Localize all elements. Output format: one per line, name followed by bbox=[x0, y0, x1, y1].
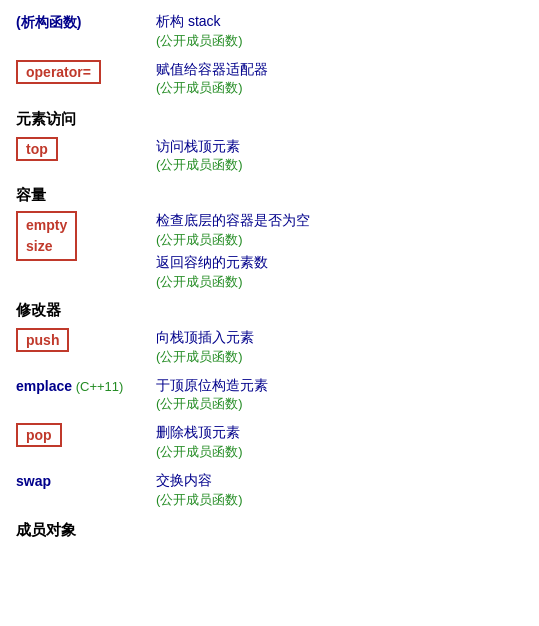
row-pop: pop 删除栈顶元素 (公开成员函数) bbox=[16, 421, 523, 463]
top-desc-sub: (公开成员函数) bbox=[156, 156, 523, 174]
empty-label[interactable]: empty bbox=[26, 215, 67, 236]
emplace-label[interactable]: emplace (C++11) bbox=[16, 376, 123, 396]
section-header-capacity: 容量 bbox=[16, 186, 523, 205]
swap-desc-sub: (公开成员函数) bbox=[156, 491, 523, 509]
emplace-desc-sub: (公开成员函数) bbox=[156, 395, 523, 413]
emplace-name: emplace bbox=[16, 378, 72, 394]
destructor-label: (析构函数) bbox=[16, 12, 81, 34]
name-cell-emplace: emplace (C++11) bbox=[16, 376, 156, 396]
operator-assign-label[interactable]: operator= bbox=[16, 60, 101, 84]
name-cell-destructor: (析构函数) bbox=[16, 12, 156, 34]
push-desc-sub: (公开成员函数) bbox=[156, 348, 523, 366]
operator-assign-desc-sub: (公开成员函数) bbox=[156, 79, 523, 97]
row-push: push 向栈顶插入元素 (公开成员函数) bbox=[16, 326, 523, 368]
name-cell-push: push bbox=[16, 328, 156, 352]
swap-desc-main: 交换内容 bbox=[156, 471, 523, 491]
empty-size-box: empty size bbox=[16, 211, 77, 261]
row-operator-assign: operator= 赋值给容器适配器 (公开成员函数) bbox=[16, 58, 523, 100]
desc-cell-empty-size: 检查底层的容器是否为空 (公开成员函数) 返回容纳的元素数 (公开成员函数) bbox=[156, 211, 523, 291]
name-cell-top: top bbox=[16, 137, 156, 161]
row-empty-size: empty size 检查底层的容器是否为空 (公开成员函数) 返回容纳的元素数… bbox=[16, 211, 523, 291]
section-modifiers: 修改器 push 向栈顶插入元素 (公开成员函数) emplace (C++11… bbox=[16, 301, 523, 511]
desc-cell-emplace: 于顶原位构造元素 (公开成员函数) bbox=[156, 376, 523, 414]
operator-assign-desc-main: 赋值给容器适配器 bbox=[156, 60, 523, 80]
empty-desc-sub: (公开成员函数) bbox=[156, 231, 523, 249]
desc-cell-destructor: 析构 stack (公开成员函数) bbox=[156, 12, 523, 50]
swap-label[interactable]: swap bbox=[16, 471, 51, 491]
section-capacity: 容量 empty size 检查底层的容器是否为空 (公开成员函数) 返回容纳的… bbox=[16, 186, 523, 291]
pop-label[interactable]: pop bbox=[16, 423, 62, 447]
size-desc-main: 返回容纳的元素数 bbox=[156, 253, 523, 273]
pop-desc-sub: (公开成员函数) bbox=[156, 443, 523, 461]
size-desc-sub: (公开成员函数) bbox=[156, 273, 523, 291]
push-desc-main: 向栈顶插入元素 bbox=[156, 328, 523, 348]
destructor-desc-sub: (公开成员函数) bbox=[156, 32, 523, 50]
row-destructor: (析构函数) 析构 stack (公开成员函数) bbox=[16, 10, 523, 52]
desc-cell-push: 向栈顶插入元素 (公开成员函数) bbox=[156, 328, 523, 366]
size-label[interactable]: size bbox=[26, 236, 67, 257]
top-label[interactable]: top bbox=[16, 137, 58, 161]
destructor-desc-main: 析构 stack bbox=[156, 12, 523, 32]
emplace-desc-main: 于顶原位构造元素 bbox=[156, 376, 523, 396]
name-cell-pop: pop bbox=[16, 423, 156, 447]
name-cell-operator-assign: operator= bbox=[16, 60, 156, 84]
push-label[interactable]: push bbox=[16, 328, 69, 352]
row-emplace: emplace (C++11) 于顶原位构造元素 (公开成员函数) bbox=[16, 374, 523, 416]
row-top: top 访问栈顶元素 (公开成员函数) bbox=[16, 135, 523, 177]
section-header-element-access: 元素访问 bbox=[16, 110, 523, 129]
top-desc-main: 访问栈顶元素 bbox=[156, 137, 523, 157]
desc-cell-pop: 删除栈顶元素 (公开成员函数) bbox=[156, 423, 523, 461]
emplace-cppver: (C++11) bbox=[72, 379, 123, 394]
name-cell-swap: swap bbox=[16, 471, 156, 491]
api-table: (析构函数) 析构 stack (公开成员函数) operator= 赋值给容器… bbox=[16, 10, 523, 540]
desc-cell-operator-assign: 赋值给容器适配器 (公开成员函数) bbox=[156, 60, 523, 98]
name-cell-empty-size: empty size bbox=[16, 211, 156, 261]
intro-section: (析构函数) 析构 stack (公开成员函数) operator= 赋值给容器… bbox=[16, 10, 523, 100]
section-element-access: 元素访问 top 访问栈顶元素 (公开成员函数) bbox=[16, 110, 523, 177]
pop-desc-main: 删除栈顶元素 bbox=[156, 423, 523, 443]
desc-cell-swap: 交换内容 (公开成员函数) bbox=[156, 471, 523, 509]
section-header-member-objects: 成员对象 bbox=[16, 521, 523, 540]
section-member-objects: 成员对象 bbox=[16, 521, 523, 540]
empty-desc-main: 检查底层的容器是否为空 bbox=[156, 211, 523, 231]
desc-cell-top: 访问栈顶元素 (公开成员函数) bbox=[156, 137, 523, 175]
section-header-modifiers: 修改器 bbox=[16, 301, 523, 320]
row-swap: swap 交换内容 (公开成员函数) bbox=[16, 469, 523, 511]
